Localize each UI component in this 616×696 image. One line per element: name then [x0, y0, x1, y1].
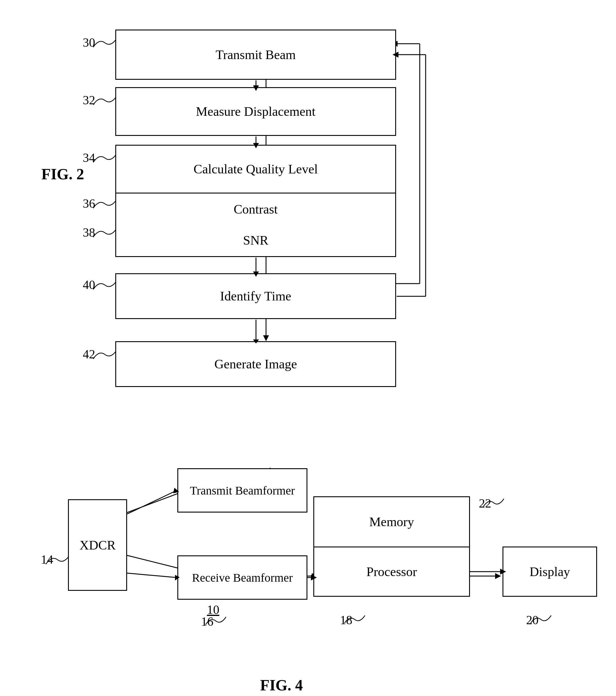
svg-line-20: [127, 490, 177, 514]
processor-box: Processor: [313, 547, 470, 597]
fig2-label: FIG. 2: [41, 165, 84, 183]
step-40-box: Identify Time: [115, 273, 396, 319]
step-42-box: Generate Image: [115, 341, 396, 387]
step-30-box: Transmit Beam: [115, 30, 396, 80]
step-36-box: Contrast: [115, 193, 396, 226]
tx-bf-box: Transmit Beamformer: [178, 468, 307, 512]
svg-line-22: [127, 573, 177, 578]
fig4-label: FIG. 4: [260, 677, 303, 694]
rx-bf-box: Receive Beamformer: [178, 555, 307, 600]
group-10-label: 10: [207, 603, 219, 617]
svg-marker-19: [495, 573, 501, 579]
svg-marker-7: [263, 335, 269, 341]
display-box: Display: [503, 547, 597, 597]
xdcr-box: XDCR: [68, 499, 127, 591]
step-34-box: Calculate Quality Level: [115, 145, 396, 193]
step-32-box: Measure Displacement: [115, 87, 396, 136]
memory-box: Memory: [313, 496, 470, 547]
step-38-box: SNR: [115, 224, 396, 257]
